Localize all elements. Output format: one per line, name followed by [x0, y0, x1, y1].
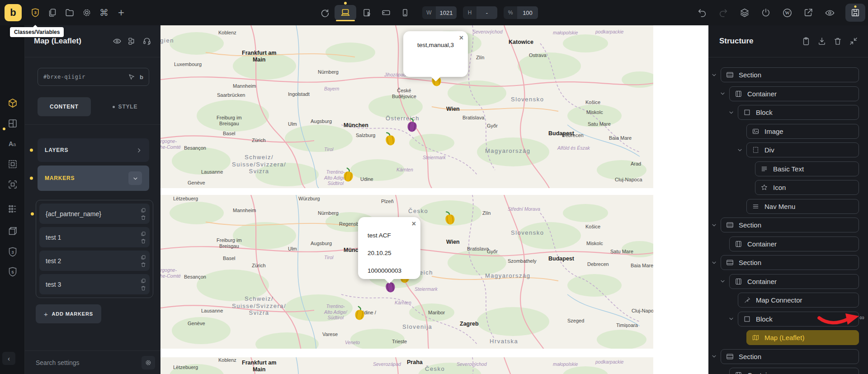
wordpress-icon[interactable]: W [782, 7, 793, 18]
group-layers[interactable]: LAYERS [38, 138, 149, 162]
close-icon[interactable]: × [412, 220, 416, 227]
classes-variables-shield-icon[interactable]: 3 [30, 7, 41, 18]
chevron-down-icon[interactable] [711, 222, 717, 228]
undo-icon[interactable] [697, 7, 708, 18]
delete-icon[interactable] [141, 215, 146, 220]
stamp-frame-icon[interactable] [7, 159, 18, 170]
elements-cube-icon[interactable] [7, 98, 18, 109]
marker-input[interactable]: test 1 [39, 227, 150, 247]
duplicate-icon[interactable] [141, 208, 146, 213]
duplicate-icon[interactable] [141, 231, 146, 237]
map-slice-1[interactable]: KoblenzBelgienFrankfurt am MainLuxembour… [160, 25, 653, 188]
delete-icon[interactable] [141, 285, 146, 291]
device-phone-tab[interactable] [400, 7, 410, 18]
structure-row-basic-text[interactable]: Basic Text [755, 161, 859, 176]
width-input[interactable]: 1021 [436, 6, 457, 19]
structure-row-block[interactable]: Block [738, 312, 859, 327]
layers-stack-icon[interactable] [739, 7, 750, 18]
panel-collapse-button[interactable]: ‹ [2, 352, 15, 365]
tab-style[interactable]: STYLE [113, 104, 138, 110]
layout-grid-icon[interactable] [7, 118, 18, 129]
device-desktop-tab[interactable] [335, 5, 356, 20]
support-headset-icon[interactable] [142, 37, 151, 46]
structure-row-container[interactable]: Container [729, 86, 859, 101]
hierarchy-icon[interactable] [127, 37, 137, 46]
visibility-eye-icon[interactable] [113, 37, 122, 46]
cursor-pointer-icon[interactable] [128, 73, 135, 80]
redo-icon[interactable] [718, 7, 729, 18]
save-button[interactable] [845, 4, 865, 22]
zoom-input[interactable]: 100 [517, 6, 538, 19]
structure-row-section[interactable]: Section [721, 67, 859, 82]
structure-row-nav-menu[interactable]: Nav Menu [746, 199, 859, 214]
map-slice-3[interactable]: KoblenzFrankfurt am MainLëtzebuergPrahaČ… [160, 357, 653, 374]
structure-row-section[interactable]: Section [721, 255, 859, 270]
bricks-logo[interactable]: b [5, 4, 22, 21]
pages-icon[interactable] [47, 7, 58, 18]
element-id-input[interactable]: #brxe-qiigir b [38, 68, 149, 86]
add-element-icon[interactable]: + [116, 7, 127, 18]
chevron-down-icon[interactable] [711, 353, 717, 360]
map-marker-pepper[interactable] [383, 130, 398, 147]
structure-row-div[interactable]: Div [746, 142, 859, 157]
chevron-down-icon[interactable] [711, 260, 717, 266]
device-landscape-tab[interactable] [381, 7, 392, 18]
components-dots-icon[interactable] [7, 204, 18, 214]
box-3d-icon[interactable] [7, 226, 18, 237]
typography-icon[interactable]: Aa [7, 138, 18, 149]
clipboard-icon[interactable] [802, 37, 811, 46]
structure-row-section[interactable]: Section [721, 218, 859, 232]
settings-gear-icon[interactable] [142, 356, 155, 369]
chevron-down-icon[interactable] [711, 72, 717, 78]
settings-gear-icon[interactable] [81, 7, 92, 18]
structure-row-map-connector[interactable]: Map Connector [738, 293, 859, 308]
selection-brackets-icon[interactable] [7, 179, 18, 190]
shortcuts-cmd-icon[interactable]: ⌘ [99, 7, 109, 18]
structure-row-container[interactable]: Container [729, 237, 859, 251]
chevron-down-icon[interactable] [728, 109, 735, 116]
structure-row-section[interactable]: Section [721, 349, 859, 364]
structure-row-icon[interactable]: Icon [755, 180, 859, 195]
close-icon[interactable]: × [459, 34, 463, 42]
duplicate-icon[interactable] [141, 255, 146, 260]
map-marker-pepper[interactable] [405, 117, 420, 134]
tab-content[interactable]: CONTENT [38, 97, 91, 116]
power-icon[interactable] [760, 7, 771, 18]
structure-row-container[interactable]: Container [729, 368, 859, 374]
chevron-down-icon[interactable] [720, 278, 726, 284]
group-markers[interactable]: MARKERS [38, 166, 149, 191]
structure-row-block[interactable]: Block [738, 105, 859, 120]
structure-row-image[interactable]: Image [746, 124, 859, 139]
marker-input[interactable]: test 2 [39, 251, 150, 271]
marker-input[interactable]: {acf_partner_name} [39, 204, 150, 224]
map-marker-pepper[interactable] [443, 209, 458, 227]
map-marker-pepper[interactable] [341, 166, 356, 184]
trash-icon[interactable] [833, 37, 842, 46]
html5-shield-icon[interactable]: 5 [7, 266, 18, 277]
delete-icon[interactable] [141, 238, 146, 244]
delete-icon[interactable] [141, 262, 146, 267]
refresh-icon[interactable] [319, 7, 330, 18]
marker-input[interactable]: test 3 [39, 274, 150, 294]
preview-eye-icon[interactable] [824, 7, 835, 18]
structure-row-map-leaflet-[interactable]: Map (Leaflet) [746, 330, 859, 345]
map-marker-pepper[interactable] [353, 305, 368, 322]
structure-row-container[interactable]: Container [729, 274, 859, 289]
bricks-b-icon[interactable]: b [140, 74, 143, 80]
folder-icon[interactable] [64, 7, 75, 18]
map-slice-2[interactable]: LëtzebuergMannheimWürzburgNürnbergPlzeňČ… [160, 195, 653, 349]
collapse-all-icon[interactable] [849, 37, 858, 46]
chevron-down-icon[interactable] [728, 316, 735, 322]
chevron-down-icon[interactable] [720, 90, 726, 97]
external-link-icon[interactable] [803, 7, 814, 18]
css3-shield-icon[interactable]: 3 [7, 246, 18, 257]
height-input[interactable]: - [476, 6, 497, 19]
import-icon[interactable] [817, 37, 826, 46]
chevron-down-icon[interactable] [128, 171, 142, 185]
add-markers-button[interactable]: + ADD MARKERS [36, 304, 101, 323]
svg-text:W: W [785, 10, 790, 15]
search-settings-input[interactable] [36, 359, 142, 366]
device-tablet-touch-tab[interactable] [362, 7, 373, 18]
duplicate-icon[interactable] [141, 278, 146, 284]
chevron-down-icon[interactable] [737, 147, 743, 153]
